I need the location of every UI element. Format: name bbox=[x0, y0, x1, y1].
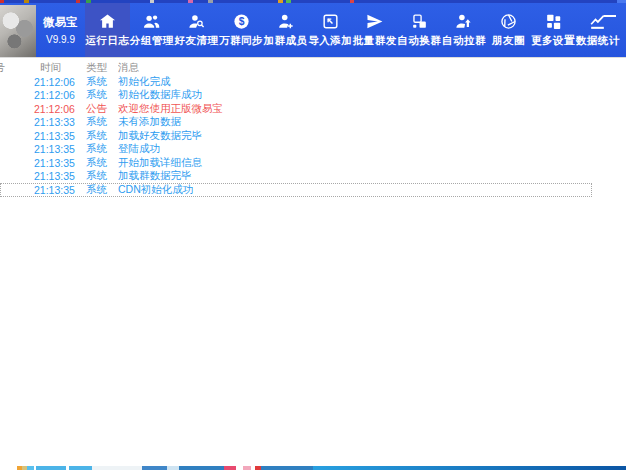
toolbar-item-group-members[interactable]: 加群成员 bbox=[263, 3, 308, 57]
toolbar-item-run-log[interactable]: 运行日志 bbox=[85, 3, 130, 57]
log-cell-message: 加载群数据完毕 bbox=[118, 169, 592, 183]
home-icon bbox=[98, 12, 117, 31]
log-cell-message: 加载好友数据完毕 bbox=[118, 129, 592, 143]
toolbar-item-group-sync[interactable]: $ 万群同步 bbox=[219, 3, 264, 57]
log-cell-type: 系统 bbox=[80, 129, 118, 143]
log-cell-message: 初始化完成 bbox=[118, 75, 592, 89]
toolbar-nav: 运行日志 分组管理 好友清理 $ 万群同步 加群成员 导入添加 批量群发 自动换… bbox=[85, 3, 620, 57]
toolbar: 微易宝 V9.9.9 运行日志 分组管理 好友清理 $ 万群同步 加群成员 导入… bbox=[0, 3, 626, 57]
log-cell-type: 系统 bbox=[80, 142, 118, 156]
app-window: 微易宝 V9.9.9 运行日志 分组管理 好友清理 $ 万群同步 加群成员 导入… bbox=[0, 0, 626, 470]
log-cell-message: 开始加载详细信息 bbox=[118, 156, 592, 170]
log-row[interactable]: 21:12:06 系统 初始化完成 bbox=[0, 75, 592, 89]
toolbar-item-auto-pull-group[interactable]: 自动拉群 bbox=[442, 3, 487, 57]
avatar bbox=[0, 5, 36, 57]
log-cell-type: 系统 bbox=[80, 156, 118, 170]
send-icon bbox=[365, 12, 384, 31]
toolbar-item-batch-send[interactable]: 批量群发 bbox=[352, 3, 397, 57]
log-row[interactable]: 21:12:06 系统 初始化数据库成功 bbox=[0, 89, 592, 103]
user-add-icon bbox=[276, 12, 295, 31]
log-table-body: 21:12:06 系统 初始化完成 21:12:06 系统 初始化数据库成功 2… bbox=[0, 75, 592, 197]
aperture-icon bbox=[499, 12, 518, 31]
log-cell-message: 未有添加数据 bbox=[118, 115, 592, 129]
swap-squares-icon bbox=[410, 12, 429, 31]
log-cell-type: 公告 bbox=[80, 102, 118, 116]
log-cell-type: 系统 bbox=[80, 115, 118, 129]
log-panel: 序号时间类型消息 21:12:06 系统 初始化完成 21:12:06 系统 初… bbox=[0, 57, 626, 466]
grid-icon bbox=[544, 12, 563, 31]
toolbar-item-group-manage[interactable]: 分组管理 bbox=[130, 3, 175, 57]
app-name: 微易宝 bbox=[43, 15, 78, 30]
user-search-icon bbox=[187, 12, 206, 31]
svg-text:$: $ bbox=[238, 16, 244, 27]
users-icon bbox=[142, 12, 161, 31]
log-row[interactable]: 21:13:35 系统 登陆成功 bbox=[0, 143, 592, 157]
column-header-message: 消息 bbox=[118, 61, 592, 75]
column-header-type: 类型 bbox=[80, 61, 118, 75]
log-row[interactable]: 21:12:06 公告 欢迎您使用正版微易宝 bbox=[0, 102, 592, 116]
toolbar-item-import-add[interactable]: 导入添加 bbox=[308, 3, 353, 57]
log-table: 序号时间类型消息 21:12:06 系统 初始化完成 21:12:06 系统 初… bbox=[0, 60, 592, 197]
log-cell-message: 欢迎您使用正版微易宝 bbox=[118, 102, 592, 116]
log-cell-type: 系统 bbox=[80, 88, 118, 102]
log-row[interactable]: 21:13:35 系统 CDN初始化成功 bbox=[0, 183, 592, 197]
log-cell-time: 21:13:35 bbox=[12, 170, 80, 182]
user-up-icon bbox=[454, 12, 473, 31]
log-row[interactable]: 21:13:35 系统 开始加载详细信息 bbox=[0, 156, 592, 170]
sync-circle-icon: $ bbox=[232, 12, 251, 31]
toolbar-item-more-settings[interactable]: 更多设置 bbox=[531, 3, 576, 57]
toolbar-item-auto-switch-group[interactable]: 自动换群 bbox=[397, 3, 442, 57]
minimize-icon bbox=[604, 15, 616, 17]
log-cell-time: 21:13:35 bbox=[12, 157, 80, 169]
minimize-button[interactable] bbox=[604, 11, 618, 21]
log-cell-time: 21:12:06 bbox=[12, 103, 80, 115]
toolbar-item-moments[interactable]: 朋友圈 bbox=[486, 3, 531, 57]
log-row[interactable]: 21:13:33 系统 未有添加数据 bbox=[0, 116, 592, 130]
log-cell-time: 21:13:35 bbox=[12, 143, 80, 155]
log-cell-time: 21:13:35 bbox=[12, 184, 80, 196]
column-header-index: 序号 bbox=[0, 61, 12, 75]
column-header-time: 时间 bbox=[12, 61, 80, 75]
import-icon bbox=[321, 12, 340, 31]
log-cell-message: CDN初始化成功 bbox=[118, 183, 592, 197]
background-window-edge-bottom bbox=[0, 466, 626, 470]
toolbar-item-friend-clean[interactable]: 好友清理 bbox=[174, 3, 219, 57]
log-cell-time: 21:13:35 bbox=[12, 130, 80, 142]
app-version: V9.9.9 bbox=[46, 34, 75, 45]
log-cell-time: 21:13:33 bbox=[12, 116, 80, 128]
log-cell-time: 21:12:06 bbox=[12, 76, 80, 88]
log-cell-type: 系统 bbox=[80, 75, 118, 89]
app-title-block: 微易宝 V9.9.9 bbox=[36, 3, 85, 57]
log-row[interactable]: 21:13:35 系统 加载好友数据完毕 bbox=[0, 129, 592, 143]
log-row[interactable]: 21:13:35 系统 加载群数据完毕 bbox=[0, 170, 592, 184]
log-table-header: 序号时间类型消息 bbox=[0, 60, 592, 75]
log-cell-type: 系统 bbox=[80, 183, 118, 197]
log-cell-time: 21:12:06 bbox=[12, 89, 80, 101]
log-cell-message: 初始化数据库成功 bbox=[118, 88, 592, 102]
log-cell-message: 登陆成功 bbox=[118, 142, 592, 156]
log-cell-type: 系统 bbox=[80, 169, 118, 183]
